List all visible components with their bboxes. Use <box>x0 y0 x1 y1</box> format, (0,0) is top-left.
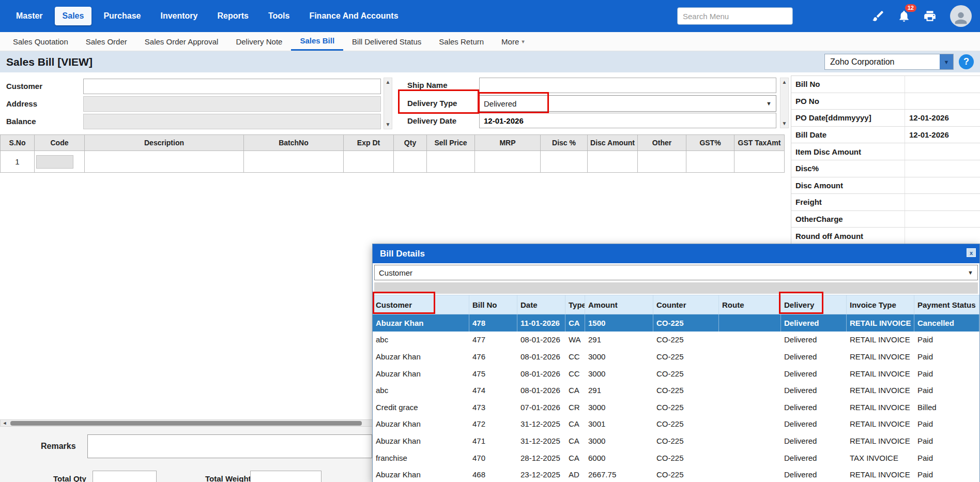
delivery-date-input[interactable] <box>479 113 776 128</box>
ship-name-input[interactable] <box>479 78 776 93</box>
items-cell-code[interactable] <box>35 151 85 173</box>
items-cell-gst-taxamt[interactable] <box>734 151 785 173</box>
code-input[interactable] <box>36 155 73 169</box>
cell-type: CA <box>565 314 585 332</box>
side-panel-value[interactable] <box>905 194 980 210</box>
modal-col-date[interactable]: Date <box>517 295 565 314</box>
form-left-scrollbar[interactable]: ▲ ▼ <box>384 78 392 129</box>
scroll-down-icon[interactable]: ▼ <box>384 120 392 129</box>
items-empty-row: 1 <box>1 151 785 173</box>
top-nav-items: MasterSalesPurchaseInventoryReportsTools… <box>8 7 406 25</box>
items-cell-disc[interactable] <box>541 151 588 173</box>
side-panel-value[interactable] <box>905 143 980 160</box>
cell-invoice-type: RETAIL INVOICE <box>847 332 914 349</box>
bill-row-477[interactable]: abc47708-01-2026WA291CO-225DeliveredRETA… <box>373 332 979 349</box>
nav-item-purchase[interactable]: Purchase <box>96 7 148 25</box>
tab-sales-quotation[interactable]: Sales Quotation <box>4 32 77 51</box>
horizontal-scrollbar[interactable]: ◄ <box>0 419 373 427</box>
items-cell-batchno[interactable] <box>244 151 344 173</box>
scroll-up-icon[interactable]: ▲ <box>384 78 392 86</box>
side-panel-value[interactable]: 12-01-2026 <box>905 110 980 126</box>
bill-row-475[interactable]: Abuzar Khan47508-01-2026CC3000CO-225Deli… <box>373 365 979 382</box>
scroll-left-icon[interactable]: ◄ <box>1 420 9 426</box>
avatar[interactable] <box>950 5 972 27</box>
side-panel-value[interactable] <box>905 177 980 194</box>
scroll-down-icon[interactable]: ▼ <box>780 119 788 128</box>
bill-row-474[interactable]: abc47408-01-2026CA291CO-225DeliveredRETA… <box>373 382 979 399</box>
side-panel-value[interactable]: 12-01-2026 <box>905 127 980 143</box>
bill-row-471[interactable]: Abuzar Khan47131-12-2025CA3000CO-225Deli… <box>373 432 979 449</box>
tab-sales-order[interactable]: Sales Order <box>77 32 136 51</box>
cell-date: 31-12-2025 <box>517 416 565 433</box>
items-cell-qty[interactable] <box>394 151 427 173</box>
modal-col-customer[interactable]: Customer <box>373 295 469 314</box>
chevron-down-icon: ▼ <box>968 269 973 276</box>
items-cell-exp-dt[interactable] <box>344 151 394 173</box>
scrollbar-thumb[interactable] <box>10 421 362 426</box>
side-panel-label: Bill Date <box>791 127 905 143</box>
brush-icon[interactable] <box>870 8 886 24</box>
modal-col-bill-no[interactable]: Bill No <box>469 295 517 314</box>
modal-col-delivery[interactable]: Delivery <box>781 295 847 314</box>
bill-row-472[interactable]: Abuzar Khan47231-12-2025CA3001CO-225Deli… <box>373 416 979 433</box>
cell-route <box>719 432 781 449</box>
modal-col-route[interactable]: Route <box>719 295 781 314</box>
tab-more[interactable]: More▾ <box>493 32 533 51</box>
tab-delivery-note[interactable]: Delivery Note <box>227 32 291 51</box>
company-select[interactable]: Zoho Corporation ▼ <box>824 54 954 70</box>
side-panel-value[interactable] <box>905 76 980 93</box>
tab-sales-bill[interactable]: Sales Bill <box>291 32 343 51</box>
side-panel-value[interactable] <box>905 211 980 228</box>
cell-type: CA <box>565 416 585 433</box>
modal-header: Bill Details x <box>373 244 979 263</box>
modal-col-payment-status[interactable]: Payment Status <box>914 295 979 314</box>
delivery-type-select[interactable]: Delivered ▼ <box>479 95 776 112</box>
items-cell-gst[interactable] <box>686 151 734 173</box>
form-right-scrollbar[interactable]: ▲ ▼ <box>780 78 789 128</box>
side-panel-row-po-date-ddmmyyyy: PO Date[ddmmyyyy]12-01-2026 <box>791 110 980 127</box>
items-col-disc-amount: Disc Amount <box>588 135 638 151</box>
bill-row-476[interactable]: Abuzar Khan47608-01-2026CC3000CO-225Deli… <box>373 348 979 365</box>
modal-col-invoice-type[interactable]: Invoice Type <box>847 295 914 314</box>
tab-sales-return[interactable]: Sales Return <box>430 32 493 51</box>
items-cell-other[interactable] <box>638 151 686 173</box>
bell-icon[interactable]: 12 <box>896 8 912 24</box>
modal-col-type[interactable]: Type <box>565 295 585 314</box>
side-panel-label: PO No <box>791 93 905 110</box>
help-button[interactable]: ? <box>959 54 974 69</box>
close-icon[interactable]: x <box>967 248 976 257</box>
printer-icon[interactable] <box>922 8 938 24</box>
nav-item-sales[interactable]: Sales <box>55 7 92 25</box>
search-input[interactable] <box>677 7 793 25</box>
cell-date: 23-12-2025 <box>517 466 565 482</box>
total-qty-input[interactable] <box>93 471 157 482</box>
modal-col-counter[interactable]: Counter <box>653 295 719 314</box>
total-weight-input[interactable] <box>250 471 321 482</box>
items-cell-disc-amount[interactable] <box>588 151 638 173</box>
chevron-down-icon[interactable]: ▼ <box>940 54 953 69</box>
bill-row-478[interactable]: Abuzar Khan47811-01-2026CA1500CO-225Deli… <box>373 314 979 332</box>
items-cell-mrp[interactable] <box>475 151 541 173</box>
nav-item-master[interactable]: Master <box>8 7 51 25</box>
items-cell-description[interactable] <box>85 151 244 173</box>
tab-sales-order-approval[interactable]: Sales Order Approval <box>136 32 227 51</box>
bill-row-470[interactable]: franchise47028-12-2025CA6000CO-225Delive… <box>373 449 979 466</box>
modal-col-amount[interactable]: Amount <box>585 295 653 314</box>
customer-input[interactable] <box>83 79 381 94</box>
side-panel-value[interactable] <box>905 93 980 110</box>
remarks-input[interactable] <box>87 434 372 458</box>
bill-row-468[interactable]: Abuzar Khan46823-12-2025AD2667.75CO-225D… <box>373 466 979 482</box>
modal-filter-select[interactable]: Customer ▼ <box>374 265 978 280</box>
scroll-up-icon[interactable]: ▲ <box>780 78 788 86</box>
nav-item-finance-and-accounts[interactable]: Finance And Accounts <box>301 7 406 25</box>
side-panel-value[interactable] <box>905 160 980 177</box>
bill-row-473[interactable]: Credit grace47307-01-2026CR3000CO-225Del… <box>373 399 979 416</box>
nav-item-tools[interactable]: Tools <box>261 7 297 25</box>
nav-item-inventory[interactable]: Inventory <box>152 7 205 25</box>
items-cell-sell-price[interactable] <box>427 151 475 173</box>
side-panel-value[interactable] <box>905 228 980 244</box>
cell-invoice-type: RETAIL INVOICE <box>847 399 914 416</box>
nav-item-reports[interactable]: Reports <box>209 7 256 25</box>
cell-bill-no: 478 <box>469 314 517 332</box>
tab-bill-delivered-status[interactable]: Bill Delivered Status <box>343 32 430 51</box>
